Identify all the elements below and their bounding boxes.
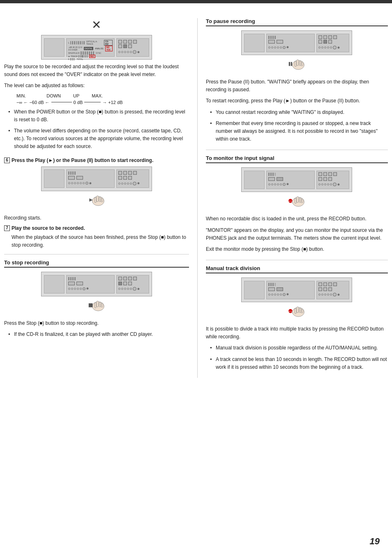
svg-rect-8 xyxy=(99,302,101,307)
dev-buttons-top: ⊕ xyxy=(116,38,149,57)
hand-cursor-monitor: RECORD xyxy=(286,192,307,208)
bullet-1-2: The volume level differs depending on th… xyxy=(8,127,189,151)
level-intro: The level can be adjusted as follows: xyxy=(4,82,189,90)
dev-left-panel xyxy=(44,38,65,57)
manual-bullet-1: Manual track division is possible regard… xyxy=(210,344,388,352)
device-image-monitor: ⊕ ⊕ xyxy=(206,167,388,212)
hand-cursor-manual: RECORD xyxy=(286,302,307,319)
dev-display-manual: ⊕ xyxy=(266,281,315,299)
recording-starts: Recording starts. xyxy=(4,214,189,222)
level-scale: −∞ ← −60 dB ← xyxy=(16,100,50,105)
manual-title: Manual track division xyxy=(206,265,388,273)
page-number: 19 xyxy=(370,536,380,547)
svg-rect-15 xyxy=(302,62,303,66)
pause-bullet-2: Remember that every time recording is pa… xyxy=(210,120,388,143)
top-bar xyxy=(0,0,392,3)
monitor-section: To monitor the input signal xyxy=(206,155,388,253)
svg-rect-11 xyxy=(89,303,93,308)
level-down: DOWN xyxy=(46,93,61,98)
device-image-step6: ⊕ ⊕ xyxy=(4,166,189,211)
svg-rect-1 xyxy=(97,196,99,201)
hand-cursor-pause xyxy=(286,55,307,72)
dev-left-panel-s6 xyxy=(44,169,65,188)
dev-left-panel-stop xyxy=(44,275,65,294)
intro-text: Play the source to be recorded and adjus… xyxy=(4,63,189,79)
divider-monitor xyxy=(206,150,388,150)
svg-rect-28 xyxy=(300,308,301,312)
svg-marker-5 xyxy=(89,198,92,201)
svg-rect-14 xyxy=(300,61,301,65)
device-image-stop: ⊕ ⊕ xyxy=(4,272,189,316)
page-content: ✕ L OPTICAL A-TRACK CD-RW −dB 40 20 12 6… xyxy=(0,10,392,382)
svg-rect-9 xyxy=(101,303,103,308)
stop-section: To stop recording xyxy=(4,259,189,338)
pause-section: To pause recording xyxy=(206,18,388,143)
bullet-1-1: When the POWER button or the Stop (■) bu… xyxy=(8,108,189,124)
step-6-text: Press the Play (►) or the Pause (II) but… xyxy=(12,157,153,163)
level-up: UP xyxy=(73,93,79,98)
right-column: To pause recording xyxy=(197,18,388,378)
svg-rect-29 xyxy=(302,309,303,313)
dev-buttons-stop: ⊕ xyxy=(116,275,149,294)
hand-cursor-stop xyxy=(86,296,107,313)
stop-bullet-1: If the CD-R is finalized, it can be play… xyxy=(8,331,189,338)
pause-body2: To restart recording, press the Play (►)… xyxy=(206,97,388,105)
svg-rect-23 xyxy=(295,199,297,204)
svg-text:RECORD: RECORD xyxy=(288,201,295,202)
level-zero: 0 dB xyxy=(74,100,83,105)
svg-rect-3 xyxy=(101,198,103,202)
manual-section: Manual track division xyxy=(206,265,388,371)
pause-bullet-1: You cannot restart recording while "WAIT… xyxy=(210,109,388,116)
pause-bullets: You cannot restart recording while "WAIT… xyxy=(206,109,388,143)
level-line xyxy=(51,102,72,102)
pause-body1: Press the Pause (II) button. "WAITING" b… xyxy=(206,78,388,94)
manual-body1: It is possible to divide a track into mu… xyxy=(206,325,388,341)
level-max-val: → +12 dB xyxy=(102,100,122,105)
dev-left-panel-pause xyxy=(244,34,265,52)
level-line2 xyxy=(84,102,101,102)
dev-display-s6: ⊕ xyxy=(66,169,115,188)
device-image-manual: ⊕ ⊕ xyxy=(206,278,388,322)
svg-rect-21 xyxy=(300,198,301,203)
left-column: ✕ L OPTICAL A-TRACK CD-RW −dB 40 20 12 6… xyxy=(4,18,197,378)
svg-rect-4 xyxy=(95,197,96,203)
device-image-pause: ⊕ ⊕ xyxy=(206,30,388,75)
step-7-text: Play the source to be recorded. xyxy=(12,225,85,231)
level-max: MAX. xyxy=(92,93,103,98)
svg-rect-13 xyxy=(297,60,299,65)
hand-cursor-s6 xyxy=(86,191,107,208)
monitor-title: To monitor the input signal xyxy=(206,155,388,163)
level-min: MIN. xyxy=(16,93,26,98)
svg-text:RECORD: RECORD xyxy=(288,311,295,312)
divider-manual xyxy=(206,260,388,260)
svg-rect-30 xyxy=(295,308,297,314)
step-7-label: 7 Play the source to be recorded. xyxy=(4,225,189,231)
dev-display-monitor: ⊕ xyxy=(266,171,315,189)
svg-rect-27 xyxy=(297,307,299,312)
svg-rect-20 xyxy=(297,197,299,203)
monitor-body2: "MONITOR" appears on the display, and yo… xyxy=(206,227,388,242)
divider-stop xyxy=(4,254,189,254)
x-icon: ✕ xyxy=(4,18,189,32)
svg-rect-18 xyxy=(291,62,292,66)
dev-display-stop: ⊕ xyxy=(66,275,115,294)
svg-rect-17 xyxy=(289,62,290,66)
step-6-num: 6 xyxy=(4,157,10,163)
svg-rect-22 xyxy=(302,199,303,203)
stop-bullets: If the CD-R is finalized, it can be play… xyxy=(4,331,189,338)
dev-left-panel-monitor xyxy=(244,171,265,189)
dev-left-panel-manual xyxy=(244,281,265,299)
stop-title: To stop recording xyxy=(4,259,189,268)
stop-body: Press the Stop (■) button to stop record… xyxy=(4,319,189,327)
device-image-top: L OPTICAL A-TRACK CD-RW −dB 40 20 12 6 3… xyxy=(4,35,189,60)
bullets-1: When the POWER button or the Stop (■) bu… xyxy=(4,108,189,151)
dev-buttons-s6: ⊕ xyxy=(116,169,149,188)
dev-display-pause: ⊕ xyxy=(266,34,315,52)
svg-rect-10 xyxy=(95,303,96,308)
step-7-num: 7 xyxy=(4,225,10,231)
dev-display: L OPTICAL A-TRACK CD-RW −dB 40 20 12 6 3… xyxy=(66,38,115,57)
manual-bullets: Manual track division is possible regard… xyxy=(206,344,388,371)
monitor-body3: Exit the monitor mode by pressing the St… xyxy=(206,245,388,253)
dev-buttons-manual: ⊕ xyxy=(316,281,349,299)
manual-bullet-2: A track cannot be less than 10 seconds i… xyxy=(210,356,388,371)
